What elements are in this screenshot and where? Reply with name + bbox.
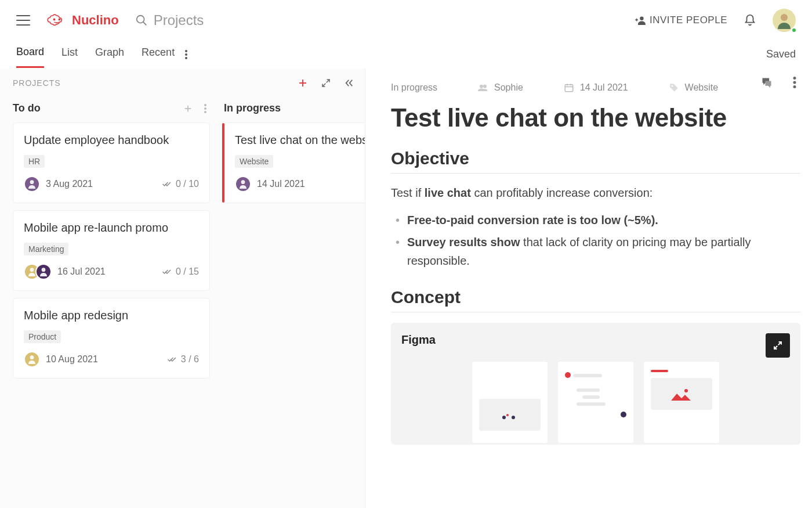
heading-concept: Concept [391, 287, 800, 312]
svg-point-5 [781, 14, 788, 21]
svg-point-7 [185, 53, 187, 56]
svg-point-31 [502, 416, 506, 419]
card-checklist-count: 0 / 15 [162, 266, 199, 277]
search[interactable]: Projects [135, 12, 635, 28]
svg-point-33 [512, 416, 515, 419]
workspace-name: Projects [154, 12, 204, 28]
board-card[interactable]: Mobile app re-launch promoMarketing16 Ju… [13, 210, 210, 291]
svg-point-23 [793, 85, 796, 88]
column-add-icon[interactable] [183, 104, 193, 113]
card-title: Update employee handbook [24, 134, 199, 147]
meta-date[interactable]: 14 Jul 2021 [564, 82, 628, 93]
doc-more-icon[interactable] [789, 77, 800, 88]
svg-point-13 [204, 104, 206, 106]
tab-board[interactable]: Board [16, 41, 44, 68]
tabs-more-icon[interactable] [179, 50, 193, 59]
tab-list[interactable]: List [61, 42, 78, 67]
assignee-avatar [24, 351, 40, 368]
doc-title[interactable]: Test live chat on the website [391, 103, 800, 132]
meta-tag[interactable]: Website [669, 82, 719, 93]
svg-point-17 [30, 268, 34, 272]
svg-point-2 [136, 16, 144, 23]
card-date: 3 Aug 2021 [46, 179, 93, 189]
tag-icon [669, 82, 679, 93]
search-icon [135, 14, 148, 27]
svg-point-6 [185, 50, 187, 52]
assignee-avatar [235, 176, 251, 192]
invite-people-button[interactable]: INVITE PEOPLE [635, 15, 727, 26]
column-more-icon[interactable] [201, 104, 210, 113]
add-icon[interactable] [298, 78, 308, 88]
svg-rect-26 [565, 85, 573, 92]
assignee-avatar [35, 264, 52, 280]
column-title: To do [13, 102, 41, 114]
svg-point-8 [185, 57, 187, 59]
meta-status[interactable]: In progress [391, 82, 437, 93]
card-date: 14 Jul 2021 [257, 179, 305, 189]
menu-icon[interactable] [16, 15, 30, 26]
card-tag: Website [235, 155, 273, 168]
view-tabs: BoardListGraphRecent Saved [0, 41, 812, 69]
card-date: 16 Jul 2021 [57, 266, 106, 277]
doc-body[interactable]: Objective Test if live chat can profitab… [391, 149, 800, 445]
card-checklist-count: 0 / 10 [162, 179, 199, 189]
bullet-2: Survey results show that lack of clarity… [407, 233, 800, 270]
card-checklist-count: 3 / 6 [167, 354, 199, 365]
board-column: In progressTest live chat on the website… [224, 99, 365, 210]
content-area: PROJECTS To doUpdate employee handbookHR… [0, 69, 812, 508]
tab-graph[interactable]: Graph [95, 42, 124, 67]
board-panel: PROJECTS To doUpdate employee handbookHR… [0, 69, 365, 508]
document-panel: In progress Sophie 14 Jul 2021 Website T… [365, 69, 812, 508]
person-add-icon [635, 16, 646, 25]
board-title: PROJECTS [13, 78, 61, 88]
board-column: To doUpdate employee handbookHR3 Aug 202… [13, 99, 210, 385]
svg-point-15 [204, 111, 206, 113]
svg-point-4 [640, 17, 643, 20]
objective-intro: Test if live chat can profitably increas… [391, 184, 800, 201]
embed-expand-icon[interactable] [766, 333, 790, 358]
svg-point-32 [506, 414, 509, 416]
svg-point-19 [30, 355, 34, 359]
app-name: Nuclino [72, 13, 119, 28]
bullet-1: Free-to-paid conversion rate is too low … [407, 211, 800, 229]
svg-point-18 [42, 268, 46, 272]
svg-point-22 [793, 81, 796, 84]
svg-point-34 [684, 389, 688, 392]
presence-indicator [791, 27, 797, 33]
card-title: Test live chat on the website [235, 134, 365, 147]
assignee-avatar [24, 176, 40, 192]
collapse-panel-icon[interactable] [344, 78, 354, 88]
svg-line-3 [143, 22, 146, 26]
expand-icon[interactable] [321, 78, 331, 88]
svg-point-30 [671, 85, 673, 87]
board-card[interactable]: Update employee handbookHR3 Aug 20210 / … [13, 123, 210, 203]
svg-point-14 [204, 107, 206, 110]
card-date: 10 Aug 2021 [46, 354, 98, 365]
notifications-icon[interactable] [744, 14, 756, 27]
comments-icon[interactable] [761, 77, 773, 88]
tab-recent[interactable]: Recent [142, 42, 175, 67]
board-card[interactable]: Test live chat on the websiteWebsite14 J… [224, 123, 365, 203]
svg-point-25 [483, 85, 487, 88]
calendar-icon [564, 82, 574, 93]
card-tag: HR [24, 155, 45, 168]
svg-point-0 [53, 19, 55, 20]
svg-point-1 [59, 19, 60, 20]
doc-meta: In progress Sophie 14 Jul 2021 Website [391, 82, 800, 93]
save-status: Saved [766, 48, 796, 60]
card-title: Mobile app redesign [24, 309, 199, 322]
card-title: Mobile app re-launch promo [24, 221, 199, 235]
embed-title: Figma [401, 333, 790, 347]
user-avatar[interactable] [773, 9, 796, 32]
topbar: Nuclino Projects INVITE PEOPLE [0, 0, 812, 41]
figma-embed[interactable]: Figma [391, 323, 800, 445]
board-card[interactable]: Mobile app redesignProduct10 Aug 20213 /… [13, 298, 210, 379]
svg-point-24 [480, 85, 483, 88]
meta-assignee[interactable]: Sophie [478, 82, 523, 93]
column-title: In progress [224, 102, 281, 114]
svg-point-20 [241, 180, 245, 184]
people-icon [478, 82, 488, 93]
app-logo[interactable]: Nuclino [46, 13, 119, 28]
figma-mockups [401, 362, 790, 443]
heading-objective: Objective [391, 149, 800, 174]
